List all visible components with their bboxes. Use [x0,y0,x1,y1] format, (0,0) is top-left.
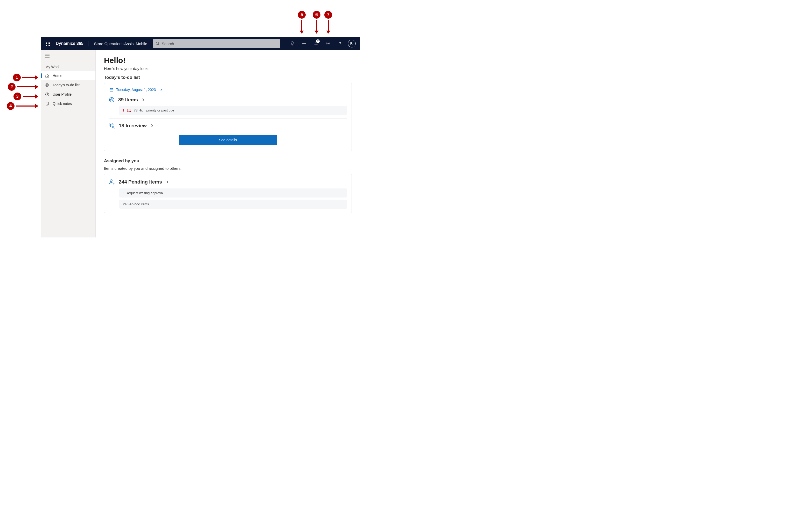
alert-icon [123,109,125,112]
sidebar-item-label: Today's to-do list [53,83,80,87]
app-window: Dynamics 365 Store Operations Assist Mob… [41,37,360,238]
assigned-heading: Assigned by you [104,158,352,164]
sidebar-section-label: My Work [41,59,95,71]
adhoc-items-row[interactable]: 243 Ad-hoc items [119,199,347,209]
svg-point-30 [110,180,112,182]
date-picker[interactable]: Tuesday, August 1, 2023 [109,87,347,95]
hamburger-icon [45,54,50,58]
pending-row[interactable]: 244 Pending items [109,178,347,186]
assigned-subtitle: Items created by you and assigned to oth… [104,166,352,171]
callout-4: 4 [7,102,14,110]
app-launcher-icon[interactable] [42,37,54,50]
page-subtitle: Here's how your day looks. [104,66,352,71]
page-title: Hello! [104,56,352,65]
items-row[interactable]: 89 Items [109,95,347,104]
arrow-right-icon [16,105,38,106]
calendar-alert-icon [127,109,131,112]
plus-icon[interactable] [299,37,310,50]
todo-card: Tuesday, August 1, 2023 89 Items 78 High… [104,83,352,151]
svg-point-4 [327,43,328,44]
see-details-button[interactable]: See details [179,135,277,145]
chevron-right-icon [166,180,169,183]
date-label: Tuesday, August 1, 2023 [116,88,156,92]
notification-badge: 7 [316,39,320,43]
chevron-right-icon [142,98,145,101]
target-icon [45,83,50,87]
sidebar-item-home[interactable]: Home [41,71,95,80]
calendar-icon [109,88,113,92]
svg-line-29 [114,128,115,129]
svg-point-13 [47,94,48,95]
bullseye-icon [109,97,114,103]
sidebar: My Work Home Today's to-do list [41,50,96,238]
arrow-down-icon [328,20,329,33]
svg-point-5 [340,45,340,45]
note-icon [45,101,50,106]
svg-line-1 [158,44,159,46]
high-priority-label: 78 High priority or past due [134,108,174,112]
callout-6: 6 [313,11,320,19]
search-box[interactable] [153,39,280,48]
main-content: Hello! Here's how your day looks. Today'… [96,50,360,238]
sidebar-toggle[interactable] [41,52,95,59]
arrow-down-icon [301,20,302,33]
items-count-label: 89 Items [118,97,138,103]
arrow-right-icon [22,77,38,78]
high-priority-row[interactable]: 78 High priority or past due [119,106,347,115]
svg-point-11 [47,85,48,85]
review-icon [109,123,115,129]
sidebar-item-label: User Profile [53,92,72,96]
arrow-down-icon [316,20,317,33]
arrow-right-icon [23,96,38,97]
app-title: Store Operations Assist Mobile [89,41,152,46]
in-review-label: 18 In review [119,123,147,129]
svg-point-20 [111,99,112,100]
callout-5: 5 [298,11,306,19]
search-icon [156,41,160,46]
help-icon[interactable] [334,37,346,50]
user-icon [45,92,50,97]
avatar-initial: R. [348,40,356,48]
topbar: Dynamics 365 Store Operations Assist Mob… [41,37,360,50]
chevron-right-icon [150,124,154,127]
sidebar-item-todo[interactable]: Today's to-do list [41,80,95,90]
assigned-card: 244 Pending items 1 Request waiting appr… [104,174,352,213]
svg-point-22 [124,111,124,112]
sidebar-item-notes[interactable]: Quick notes [41,99,95,108]
sidebar-item-profile[interactable]: User Profile [41,90,95,99]
svg-point-25 [130,111,131,112]
sidebar-item-label: Quick notes [53,102,72,106]
chevron-right-icon [160,88,163,91]
divider [109,118,347,119]
callout-7: 7 [324,11,332,19]
in-review-row[interactable]: 18 In review [109,121,347,130]
svg-rect-14 [110,88,113,91]
lightbulb-icon[interactable] [287,37,298,50]
avatar[interactable]: R. [346,37,357,50]
gear-icon[interactable] [322,37,334,50]
divider [88,41,88,47]
search-input[interactable] [162,41,277,46]
home-icon [45,73,50,78]
arrow-right-icon [17,86,38,87]
callout-1: 1 [13,74,21,81]
pending-label: 244 Pending items [119,179,162,185]
callout-3: 3 [13,93,21,100]
request-approval-row[interactable]: 1 Request waiting approval [119,188,347,197]
svg-rect-27 [110,124,114,127]
sidebar-item-label: Home [53,74,62,78]
notification-bell-icon[interactable]: 7 [310,37,322,50]
brand-label: Dynamics 365 [55,41,87,46]
todo-heading: Today's to-do list [104,75,352,80]
callout-2: 2 [8,83,15,91]
svg-point-0 [156,42,159,45]
person-arrow-icon [109,179,115,185]
